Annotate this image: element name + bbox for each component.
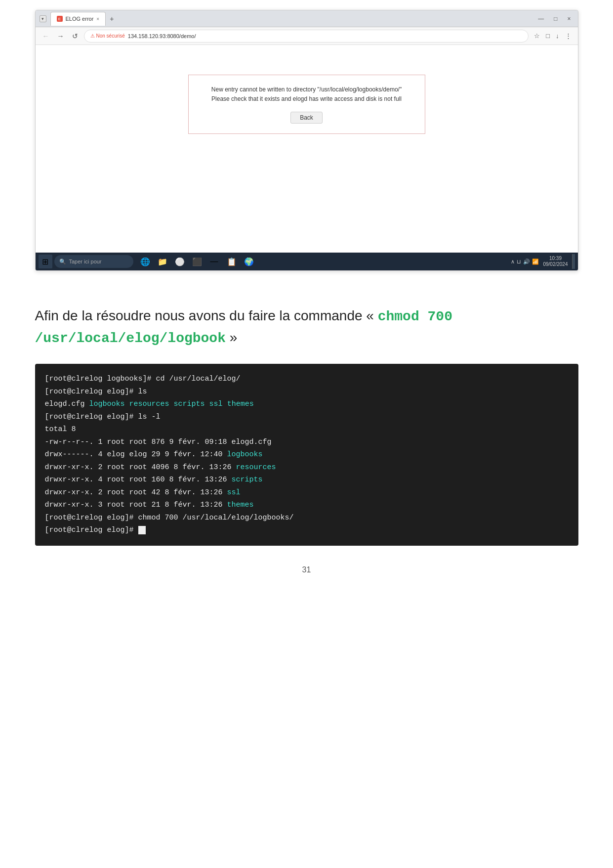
browser-actions: ☆ □ ↓ ⋮ [532, 31, 572, 41]
taskbar-app-2[interactable]: 📁 [155, 254, 170, 269]
systray: ∧ ⊔ 🔊 📶 [511, 259, 539, 265]
error-box: New entry cannot be written to directory… [188, 75, 425, 134]
term-line-1: [root@clrelog logbooks]# cd /usr/local/e… [45, 373, 569, 386]
taskbar-apps: 🌐 📁 ⚪ ⬛ — 📋 🌍 [137, 254, 257, 269]
address-bar[interactable]: ⚠ Non sécurisé 134.158.120.93:8080/demo/ [84, 30, 529, 43]
search-icon: 🔍 [59, 259, 66, 265]
bookmark-icon[interactable]: ☆ [532, 31, 541, 41]
term-line-13: [root@clrelog elog]# [45, 524, 569, 537]
menu-icon[interactable]: ⋮ [564, 31, 573, 41]
browser-controls: ▾ [40, 15, 46, 22]
prose-text-before: Afin de la résoudre nous avons du faire … [35, 308, 378, 323]
taskbar: ⊞ 🔍 Taper ici pour 🌐 📁 ⚪ ⬛ — 📋 🌍 ∧ ⊔ 🔊 [36, 253, 578, 270]
page: ▾ E ELOG error × + — □ × ← → ↺ [0, 0, 613, 868]
term-line-10: drwxr-xr-x. 2 root root 42 8 févr. 13:26… [45, 486, 569, 499]
start-button[interactable]: ⊞ [39, 255, 52, 268]
show-desktop-btn[interactable] [572, 254, 575, 269]
taskbar-app-4[interactable]: ⬛ [189, 254, 205, 269]
minimize-btn[interactable]: — [535, 14, 547, 23]
term-line-2: [root@clrelog elog]# ls [45, 386, 569, 398]
security-label: Non sécurisé [96, 33, 125, 39]
tab-close-btn[interactable]: × [96, 16, 99, 22]
error-message: New entry cannot be written to directory… [204, 85, 410, 104]
prose-text-after: » [226, 330, 237, 345]
download-icon[interactable]: ↓ [554, 31, 561, 41]
term-line-8: drwxr-xr-x. 2 root root 4096 8 févr. 13:… [45, 461, 569, 474]
forward-nav-btn[interactable]: → [55, 31, 66, 41]
taskbar-app-7[interactable]: 🌍 [241, 254, 257, 269]
term-line-7: drwx------. 4 elog elog 29 9 févr. 12:40… [45, 448, 569, 461]
term-line-9: drwxr-xr-x. 4 root root 160 8 févr. 13:2… [45, 474, 569, 486]
warning-triangle: ⚠ [90, 33, 95, 39]
clock-date: 09/02/2024 [543, 261, 568, 267]
back-nav-btn[interactable]: ← [41, 31, 51, 41]
back-button[interactable]: Back [290, 112, 323, 124]
systray-icon-3: 🔊 [523, 259, 530, 265]
tab-favicon: E [57, 16, 63, 22]
browser-content: New entry cannot be written to directory… [36, 45, 578, 253]
taskbar-right: ∧ ⊔ 🔊 📶 10:39 09/02/2024 [511, 254, 574, 269]
error-line1: New entry cannot be written to directory… [204, 85, 410, 94]
new-tab-btn[interactable]: + [107, 14, 117, 24]
error-line2: Please check that it exists and elogd ha… [204, 94, 410, 104]
maximize-btn[interactable]: □ [551, 14, 560, 23]
term-line-3: elogd.cfg logbooks resources scripts ssl… [45, 398, 569, 411]
systray-icon-2: ⊔ [517, 259, 521, 265]
cursor [138, 526, 146, 534]
terminal-block: [root@clrelog logbooks]# cd /usr/local/e… [35, 364, 578, 546]
refresh-btn[interactable]: ↺ [70, 31, 80, 41]
window-controls: — □ × [535, 14, 573, 23]
security-warning: ⚠ Non sécurisé [90, 33, 125, 39]
term-line-5: total 8 [45, 423, 569, 436]
page-number: 31 [302, 565, 311, 574]
search-placeholder: Taper ici pour [69, 259, 102, 264]
browser-addressbar: ← → ↺ ⚠ Non sécurisé 134.158.120.93:8080… [36, 27, 578, 45]
taskbar-search[interactable]: 🔍 Taper ici pour [54, 255, 133, 268]
prose-paragraph: Afin de la résoudre nous avons du faire … [35, 305, 578, 349]
url-text: 134.158.120.93:8080/demo/ [128, 33, 196, 39]
tab-title: ELOG error [66, 16, 94, 22]
systray-icon-1: ∧ [511, 259, 515, 265]
taskbar-clock: 10:39 09/02/2024 [543, 256, 568, 267]
taskbar-app-6[interactable]: 📋 [224, 254, 240, 269]
browser-titlebar: ▾ E ELOG error × + — □ × [36, 10, 578, 27]
systray-icon-4: 📶 [532, 259, 539, 265]
term-line-11: drwxr-xr-x. 3 root root 21 8 févr. 13:26… [45, 499, 569, 512]
clock-time: 10:39 [549, 256, 562, 261]
taskbar-app-3[interactable]: ⚪ [172, 254, 188, 269]
close-btn[interactable]: × [564, 14, 573, 23]
active-tab[interactable]: E ELOG error × [50, 12, 106, 26]
term-line-4: [root@clrelog elog]# ls -l [45, 411, 569, 424]
term-line-6: -rw-r--r--. 1 root root 876 9 févr. 09:1… [45, 436, 569, 449]
tab-bar: E ELOG error × + [50, 12, 535, 26]
term-line-12: [root@clrelog elog]# chmod 700 /usr/loca… [45, 512, 569, 524]
taskbar-app-1[interactable]: 🌐 [137, 254, 153, 269]
dropdown-btn[interactable]: ▾ [40, 15, 46, 22]
taskbar-app-5[interactable]: — [206, 254, 222, 269]
browser-window: ▾ E ELOG error × + — □ × ← → ↺ [35, 10, 578, 271]
prose-section: Afin de la résoudre nous avons du faire … [35, 305, 578, 349]
profile-icon[interactable]: □ [544, 31, 551, 41]
